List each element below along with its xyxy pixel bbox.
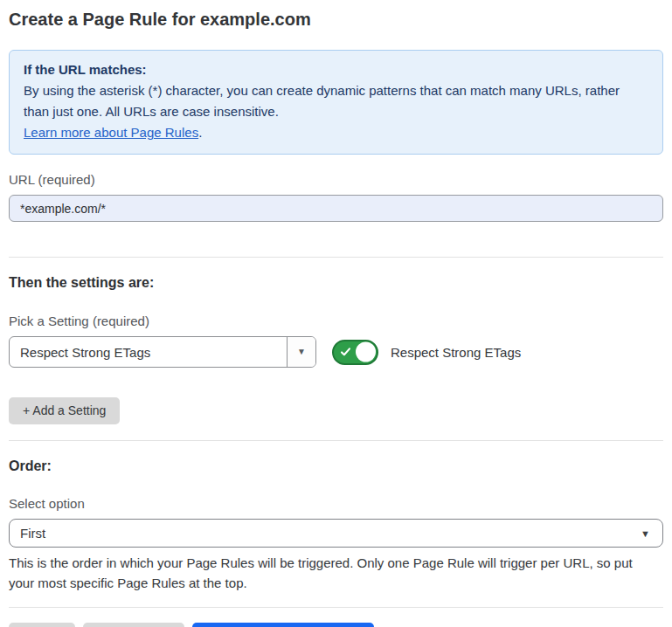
cancel-button[interactable]: Cancel	[9, 623, 75, 627]
setting-toggle-label: Respect Strong ETags	[391, 345, 521, 360]
order-help-text: This is the order in which your Page Rul…	[9, 553, 655, 593]
footer-actions: Cancel Save as Draft Save and Deploy Pag…	[9, 623, 663, 627]
order-select-label: Select option	[9, 496, 663, 511]
toggle-knob	[356, 342, 376, 362]
link-period: .	[198, 125, 202, 140]
setting-row: Respect Strong ETags ▼ Respect Strong ET…	[9, 336, 663, 368]
check-icon	[340, 347, 351, 358]
settings-section-heading: Then the settings are:	[9, 274, 663, 292]
info-box-link-line: Learn more about Page Rules.	[24, 122, 648, 143]
order-section-heading: Order:	[9, 458, 663, 475]
footer-divider	[9, 607, 663, 608]
section-divider	[9, 440, 663, 441]
setting-toggle-group: Respect Strong ETags	[332, 340, 521, 365]
info-box-body: By using the asterisk (*) character, you…	[24, 80, 648, 122]
page-title: Create a Page Rule for example.com	[9, 8, 663, 31]
section-divider	[9, 257, 663, 258]
caret-down-icon: ▼	[297, 348, 306, 356]
setting-toggle-switch[interactable]	[332, 340, 378, 365]
url-match-info-box: If the URL matches: By using the asteris…	[9, 50, 663, 155]
learn-more-link[interactable]: Learn more about Page Rules	[24, 125, 198, 140]
caret-down-icon: ▼	[641, 528, 650, 539]
save-deploy-button[interactable]: Save and Deploy Page Rule	[192, 623, 374, 627]
setting-select-arrow-button[interactable]: ▼	[287, 337, 315, 367]
save-draft-button[interactable]: Save as Draft	[83, 623, 185, 627]
setting-select-value: Respect Strong ETags	[10, 337, 287, 367]
url-input[interactable]	[9, 195, 663, 222]
pick-setting-label: Pick a Setting (required)	[9, 314, 663, 328]
url-field-label: URL (required)	[9, 172, 663, 187]
order-select[interactable]: First ▼	[9, 519, 663, 548]
add-setting-button[interactable]: + Add a Setting	[9, 397, 120, 424]
info-box-heading: If the URL matches:	[24, 59, 648, 80]
setting-select[interactable]: Respect Strong ETags ▼	[9, 336, 316, 368]
create-page-rule-form: Create a Page Rule for example.com If th…	[0, 0, 672, 627]
order-select-value: First	[20, 526, 45, 541]
